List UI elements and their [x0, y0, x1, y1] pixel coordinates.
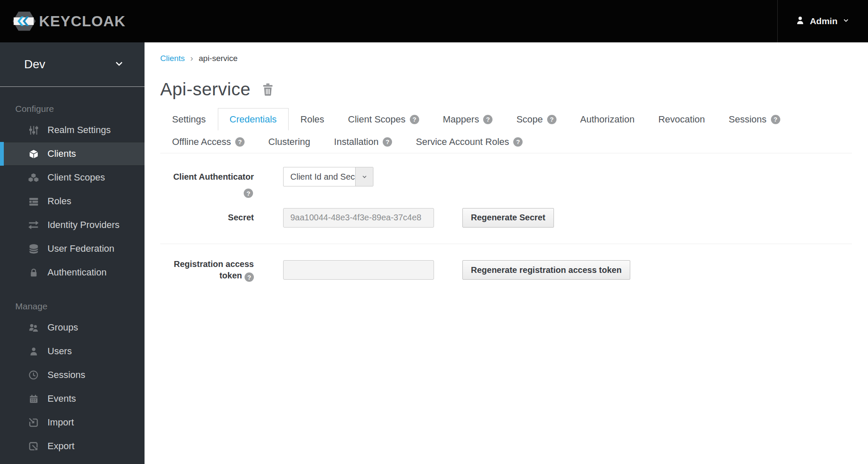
masthead: KEYCLOAK Admin [0, 0, 868, 42]
help-icon[interactable]: ? [383, 137, 392, 147]
database-icon [25, 244, 42, 254]
calendar-icon [25, 394, 42, 404]
sidebar-item-label: Events [47, 393, 76, 404]
sidebar-item-clients[interactable]: Clients [0, 142, 145, 166]
sliders-icon [25, 125, 42, 136]
chevron-down-icon [355, 167, 373, 186]
help-icon[interactable]: ? [244, 189, 253, 198]
tab-revocation[interactable]: Revocation [646, 108, 717, 131]
breadcrumb-current: api-service [199, 54, 238, 63]
sidebar-item-label: Client Scopes [47, 172, 105, 183]
sidebar-item-user-federation[interactable]: User Federation [0, 237, 145, 261]
secret-label: Secret [160, 212, 254, 223]
sidebar-item-label: Export [47, 441, 75, 452]
tab-settings[interactable]: Settings [160, 108, 218, 131]
chevron-down-icon [843, 17, 849, 25]
clock-icon [25, 370, 42, 380]
nav-section-configure: Configure [0, 87, 145, 118]
page-title: Api-service [160, 79, 250, 100]
sidebar-item-sessions[interactable]: Sessions [0, 363, 145, 387]
sidebar: Dev Configure Realm Settings [0, 42, 145, 464]
regenerate-secret-button[interactable]: Regenerate Secret [462, 208, 554, 228]
form-divider [160, 244, 852, 244]
client-tabs: Settings Credentials Roles Client Scopes… [160, 108, 852, 153]
registration-token-row: Registration access token? Regenerate re… [160, 258, 852, 282]
tab-mappers[interactable]: Mappers? [431, 108, 505, 131]
realm-selector[interactable]: Dev [0, 42, 145, 87]
main-content: Clients › api-service Api-service [145, 42, 868, 464]
sidebar-item-label: Roles [47, 196, 71, 207]
sidebar-item-events[interactable]: Events [0, 387, 145, 411]
export-icon [25, 441, 42, 451]
breadcrumb: Clients › api-service [160, 53, 852, 63]
sidebar-item-groups[interactable]: Groups [0, 316, 145, 339]
chevron-down-icon [114, 58, 124, 70]
client-authenticator-row: Client Authenticator ? Client Id and Sec… [160, 167, 852, 199]
registration-token-label: Registration access token [174, 259, 254, 280]
tab-offline-access[interactable]: Offline Access? [160, 131, 256, 153]
help-icon[interactable]: ? [513, 137, 523, 147]
lock-icon [25, 268, 42, 278]
help-icon[interactable]: ? [245, 272, 254, 282]
help-icon[interactable]: ? [483, 115, 492, 124]
secret-input[interactable] [283, 208, 434, 228]
sidebar-item-label: Clients [47, 148, 76, 159]
user-icon [25, 347, 42, 356]
sidebar-item-import[interactable]: Import [0, 411, 145, 434]
client-authenticator-label: Client Authenticator [160, 167, 254, 183]
tab-row-1: Settings Credentials Roles Client Scopes… [160, 108, 852, 131]
tab-credentials[interactable]: Credentials [218, 108, 289, 131]
user-menu-label: Admin [810, 16, 837, 26]
sidebar-item-label: User Federation [47, 243, 114, 254]
realm-name: Dev [24, 58, 45, 71]
groups-icon [25, 322, 42, 333]
sidebar-item-label: Groups [47, 322, 78, 333]
sidebar-item-label: Identity Providers [47, 219, 120, 231]
credentials-form: Client Authenticator ? Client Id and Sec… [160, 153, 852, 282]
client-authenticator-value: Client Id and Secret [284, 167, 355, 186]
exchange-icon [25, 219, 42, 231]
delete-client-button[interactable] [262, 83, 274, 97]
cube-icon [25, 149, 42, 159]
keycloak-logo[interactable]: KEYCLOAK [0, 11, 125, 32]
help-icon[interactable]: ? [547, 115, 556, 124]
tab-row-2: Offline Access? Clustering Installation?… [160, 131, 852, 153]
tab-client-scopes[interactable]: Client Scopes? [336, 108, 431, 131]
client-authenticator-label-col: Client Authenticator ? [160, 167, 254, 199]
regenerate-registration-token-button[interactable]: Regenerate registration access token [462, 260, 630, 280]
tab-installation[interactable]: Installation? [322, 131, 404, 153]
tab-scope[interactable]: Scope? [504, 108, 568, 131]
sidebar-item-label: Authentication [47, 267, 106, 278]
help-icon[interactable]: ? [771, 115, 780, 124]
sidebar-item-client-scopes[interactable]: Client Scopes [0, 166, 145, 189]
client-authenticator-select[interactable]: Client Id and Secret [283, 167, 373, 186]
sidebar-item-label: Sessions [47, 370, 85, 381]
breadcrumb-separator: › [190, 53, 193, 63]
tab-roles[interactable]: Roles [289, 108, 336, 131]
help-icon[interactable]: ? [235, 137, 245, 147]
sidebar-item-label: Users [47, 346, 72, 357]
sidebar-item-users[interactable]: Users [0, 339, 145, 363]
sidebar-item-label: Realm Settings [47, 125, 111, 136]
tab-clustering[interactable]: Clustering [256, 131, 322, 153]
registration-token-input[interactable] [283, 260, 434, 280]
help-icon[interactable]: ? [410, 115, 419, 124]
sidebar-item-export[interactable]: Export [0, 434, 145, 458]
sidebar-item-authentication[interactable]: Authentication [0, 261, 145, 284]
sidebar-item-roles[interactable]: Roles [0, 189, 145, 213]
sidebar-item-realm-settings[interactable]: Realm Settings [0, 118, 145, 142]
user-menu[interactable]: Admin [777, 0, 868, 42]
user-icon [796, 16, 805, 27]
secret-row: Secret Regenerate Secret [160, 208, 852, 228]
import-icon [25, 417, 42, 428]
breadcrumb-clients-link[interactable]: Clients [160, 54, 185, 63]
sidebar-item-identity-providers[interactable]: Identity Providers [0, 213, 145, 237]
cubes-icon [25, 172, 42, 183]
nav-section-manage: Manage [0, 284, 145, 316]
tab-sessions[interactable]: Sessions? [717, 108, 792, 131]
tab-authorization[interactable]: Authorization [568, 108, 646, 131]
tab-service-account-roles[interactable]: Service Account Roles? [404, 131, 534, 153]
keycloak-logo-icon [13, 11, 36, 32]
keycloak-logo-text: KEYCLOAK [39, 13, 125, 30]
list-icon [25, 196, 42, 207]
